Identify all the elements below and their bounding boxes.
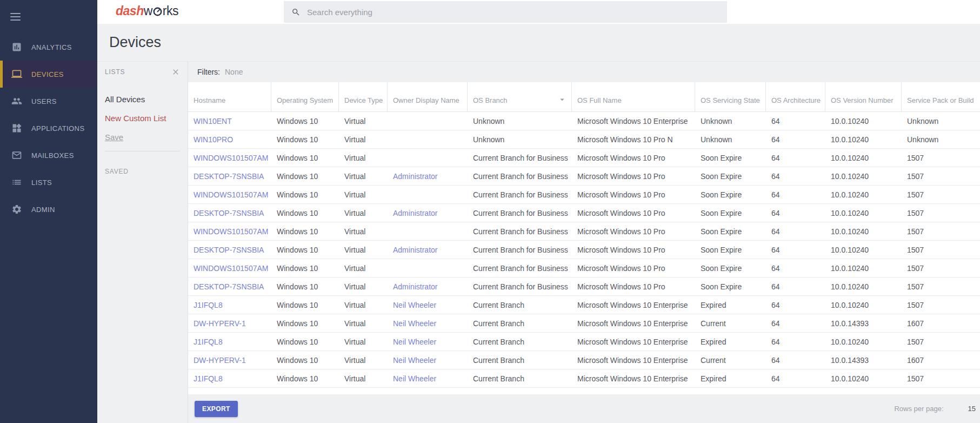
cell-os_servicing_state: Expired [695,369,766,387]
cell-os: Windows 10 [271,130,339,148]
hostname-link[interactable]: DESKTOP-7SNSBIA [194,172,264,181]
hostname-link[interactable]: J1IFQL8 [194,374,223,383]
cell-os_branch: Current Branch for Business [468,259,572,277]
devices-table: HostnameOperating SystemDevice TypeOwner… [188,82,980,395]
owner-link[interactable]: Neil Wheeler [393,338,436,346]
dashworks-logo[interactable]: dashwrks [116,4,178,18]
cell-hostname: DESKTOP-7SNSBIA [188,167,271,185]
sidebar-item-mailboxes[interactable]: MAILBOXES [0,142,97,169]
column-header-operating-system[interactable]: Operating System [271,82,339,111]
envelope-icon [11,150,22,161]
cell-os_full_name: Microsoft Windows 10 Pro [572,277,695,295]
sidebar-item-users[interactable]: USERS [0,88,97,115]
hostname-link[interactable]: WINDOWS101507AM [194,264,268,273]
cell-os_branch: Unknown [468,112,572,130]
cell-os_branch: Current Branch [468,369,572,387]
hostname-link[interactable]: J1IFQL8 [194,301,223,309]
cell-os_branch: Current Branch for Business [468,277,572,295]
hostname-link[interactable]: WINDOWS101507AM [194,190,268,199]
hostname-link[interactable]: DW-HYPERV-1 [194,356,246,365]
sidebar-item-analytics[interactable]: ANALYTICS [0,34,97,61]
cell-os: Windows 10 [271,259,339,277]
cell-os_full_name: Microsoft Windows 10 Enterprise [572,333,695,351]
cell-os_architecture: 64 [766,149,825,167]
hostname-link[interactable]: DESKTOP-7SNSBIA [194,282,264,291]
table-row: WINDOWS101507AMWindows 10VirtualCurrent … [188,222,980,241]
cell-owner: Administrator [388,204,468,222]
hostname-link[interactable]: DESKTOP-7SNSBIA [194,209,264,217]
table-row: DESKTOP-7SNSBIAWindows 10VirtualAdminist… [188,204,980,222]
list-item-save[interactable]: Save [97,128,188,147]
owner-link[interactable]: Administrator [393,282,437,291]
cell-os_architecture: 64 [766,369,825,387]
column-header-os-version-number[interactable]: OS Version Number [825,82,902,111]
cell-os_full_name: Microsoft Windows 10 Enterprise [572,314,695,332]
cell-os: Windows 10 [271,333,339,351]
cell-service_pack: 1607 [902,314,980,332]
cell-device_type: Virtual [339,167,388,185]
column-header-hostname[interactable]: Hostname [188,82,271,111]
cell-os_servicing_state: Soon Expire [695,149,766,167]
cell-os: Windows 10 [271,186,339,203]
list-item-new-custom-list[interactable]: New Custom List [97,109,188,128]
cell-owner [388,149,468,167]
cell-owner [388,259,468,277]
sidebar-item-devices[interactable]: DEVICES [0,61,97,88]
cell-hostname: WIN10PRO [188,130,271,148]
cell-os_branch: Current Branch [468,333,572,351]
search-input[interactable] [307,8,696,17]
close-panel-button[interactable] [171,68,180,76]
rows-per-page-value[interactable]: 15 [968,405,976,413]
sidebar: ANALYTICS DEVICES USERS APPLICATIONS MAI… [0,0,97,423]
column-header-os-branch[interactable]: OS Branch [468,82,572,111]
hostname-link[interactable]: WIN10PRO [194,135,233,144]
hostname-link[interactable]: DESKTOP-7SNSBIA [194,246,264,254]
cell-owner [388,186,468,203]
cell-device_type: Virtual [339,277,388,295]
cell-device_type: Virtual [339,333,388,351]
sidebar-item-applications[interactable]: APPLICATIONS [0,115,97,142]
column-header-os-architecture[interactable]: OS Architecture [766,82,825,111]
hostname-link[interactable]: WINDOWS101507AM [194,154,268,162]
sidebar-item-admin[interactable]: ADMIN [0,196,97,223]
table-header: HostnameOperating SystemDevice TypeOwner… [188,82,980,112]
owner-link[interactable]: Administrator [393,209,437,217]
cell-os: Windows 10 [271,167,339,185]
owner-link[interactable]: Neil Wheeler [393,374,436,383]
owner-link[interactable]: Neil Wheeler [393,301,436,309]
owner-link[interactable]: Neil Wheeler [393,319,436,328]
hostname-link[interactable]: DW-HYPERV-1 [194,319,246,328]
cell-device_type: Virtual [339,222,388,240]
cell-service_pack: 1507 [902,222,980,240]
hostname-link[interactable]: WIN10ENT [194,117,232,125]
cell-os: Windows 10 [271,314,339,332]
cell-owner [388,112,468,130]
column-header-os-servicing-state[interactable]: OS Servicing State [695,82,766,111]
hostname-link[interactable]: J1IFQL8 [194,338,223,346]
column-header-device-type[interactable]: Device Type [339,82,388,111]
sidebar-item-label: ANALYTICS [31,43,72,51]
cell-os: Windows 10 [271,112,339,130]
logo-text-rks: rks [163,4,178,18]
list-item-all-devices[interactable]: All Devices [97,90,188,109]
owner-link[interactable]: Administrator [393,246,437,254]
cell-os_branch: Current Branch for Business [468,204,572,222]
export-button[interactable]: EXPORT [195,401,238,417]
hostname-link[interactable]: WINDOWS101507AM [194,227,268,236]
cell-os_version: 10.0.10240 [825,241,902,259]
column-header-service-pack-or-build[interactable]: Service Pack or Build [902,82,980,111]
main-area: Filters: None HostnameOperating SystemDe… [188,62,980,423]
cell-os_servicing_state: Soon Expire [695,241,766,259]
table-body: WIN10ENTWindows 10VirtualUnknownMicrosof… [188,112,980,388]
menu-button[interactable] [0,0,97,34]
cell-owner: Neil Wheeler [388,369,468,387]
column-header-owner-display-name[interactable]: Owner Display Name [388,82,468,111]
sidebar-item-lists[interactable]: LISTS [0,169,97,196]
owner-link[interactable]: Neil Wheeler [393,356,436,365]
filter-bar[interactable]: Filters: None [188,62,980,82]
owner-link[interactable]: Administrator [393,172,437,181]
cell-hostname: WIN10ENT [188,112,271,130]
cell-owner [388,222,468,240]
table-row: WINDOWS101507AMWindows 10VirtualCurrent … [188,149,980,167]
column-header-os-full-name[interactable]: OS Full Name [572,82,695,111]
